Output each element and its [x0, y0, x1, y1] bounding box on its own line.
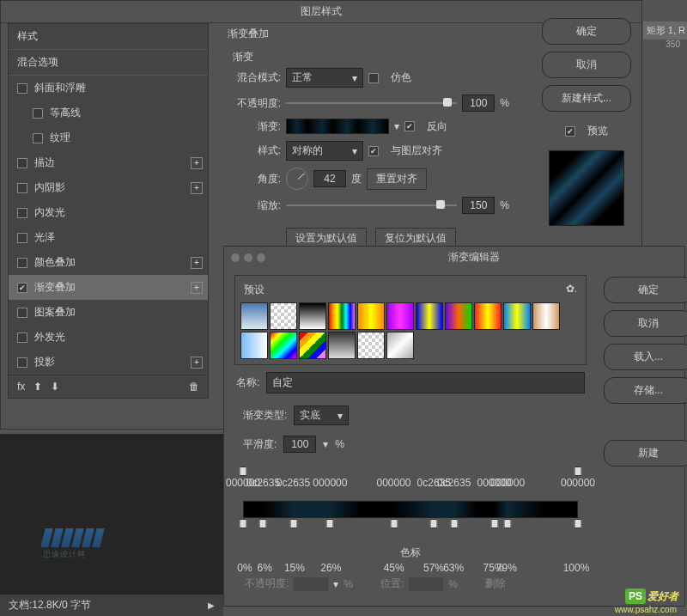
opacity-stop[interactable] — [240, 467, 247, 476]
close-icon[interactable] — [231, 253, 240, 262]
dither-checkbox[interactable] — [368, 73, 379, 83]
preset-4[interactable] — [357, 302, 385, 330]
name-input[interactable]: 自定 — [266, 372, 585, 393]
preset-2[interactable] — [299, 302, 326, 330]
preset-1[interactable] — [270, 302, 297, 330]
style-checkbox[interactable] — [17, 233, 27, 243]
smooth-value[interactable]: 100 — [283, 436, 316, 453]
footer-arrow-icon[interactable]: ▶ — [208, 601, 215, 610]
preset-7[interactable] — [445, 302, 472, 330]
delete-button[interactable]: 删除 — [485, 576, 506, 591]
preset-13[interactable] — [299, 332, 326, 359]
preview-checkbox[interactable] — [565, 126, 575, 137]
style-item-10[interactable]: 外发光 — [9, 325, 208, 350]
opacity-stop[interactable] — [575, 467, 582, 476]
maximize-icon[interactable] — [257, 253, 265, 262]
style-checkbox[interactable] — [17, 183, 27, 193]
cancel-button[interactable]: 取消 — [604, 310, 687, 337]
opacity-value[interactable]: 100 — [462, 95, 495, 112]
reverse-checkbox[interactable] — [404, 121, 415, 131]
style-select[interactable]: 对称的▾ — [286, 141, 363, 161]
style-item-3[interactable]: 描边+ — [9, 150, 208, 175]
minimize-icon[interactable] — [244, 253, 252, 262]
preset-0[interactable] — [240, 302, 268, 330]
preset-12[interactable] — [270, 332, 297, 359]
scale-slider[interactable] — [286, 198, 457, 212]
style-item-0[interactable]: 斜面和浮雕 — [9, 76, 208, 101]
arrow-up-icon[interactable]: ⬆ — [33, 381, 42, 393]
color-stop[interactable] — [490, 519, 498, 528]
color-stop[interactable] — [289, 519, 297, 528]
reset-align-button[interactable]: 重置对齐 — [367, 168, 427, 190]
load-button[interactable]: 载入... — [604, 344, 687, 370]
style-checkbox[interactable] — [33, 108, 43, 119]
style-checkbox[interactable] — [17, 357, 27, 368]
color-stop[interactable] — [430, 519, 438, 528]
fx-label[interactable]: fx — [17, 381, 25, 393]
ok-button[interactable]: 确定 — [542, 18, 631, 45]
gradient-bar[interactable] — [243, 501, 578, 518]
preset-6[interactable] — [416, 302, 443, 330]
blend-options-header[interactable]: 混合选项 — [9, 49, 208, 76]
style-item-11[interactable]: 投影+ — [9, 350, 208, 375]
style-checkbox[interactable] — [17, 158, 27, 168]
save-button[interactable]: 存储... — [604, 377, 687, 404]
gradient-preview[interactable] — [286, 119, 389, 134]
color-stop[interactable] — [259, 519, 267, 528]
preset-15[interactable] — [357, 332, 385, 359]
add-icon[interactable]: + — [191, 157, 203, 169]
color-stop[interactable] — [390, 519, 398, 528]
opacity-field[interactable] — [294, 577, 328, 591]
preset-5[interactable] — [386, 302, 414, 330]
style-item-2[interactable]: 纹理 — [9, 125, 208, 150]
add-icon[interactable]: + — [191, 182, 203, 194]
angle-value[interactable]: 42 — [313, 170, 346, 187]
add-icon[interactable]: + — [191, 357, 203, 369]
color-stop[interactable] — [450, 519, 458, 528]
type-select[interactable]: 实底▾ — [294, 406, 349, 425]
style-checkbox[interactable] — [17, 208, 27, 218]
style-item-7[interactable]: 颜色叠加+ — [9, 250, 208, 275]
align-checkbox[interactable] — [368, 146, 379, 156]
angle-dial[interactable] — [286, 168, 308, 190]
preset-3[interactable] — [328, 302, 356, 330]
preset-14[interactable] — [328, 332, 356, 359]
blend-mode-select[interactable]: 正常▾ — [286, 68, 363, 88]
style-item-4[interactable]: 内阴影+ — [9, 175, 208, 200]
color-stop[interactable] — [504, 519, 512, 528]
style-checkbox[interactable] — [17, 83, 27, 94]
preset-10[interactable] — [532, 302, 560, 330]
color-stop[interactable] — [575, 519, 582, 528]
style-item-8[interactable]: 渐变叠加+ — [9, 275, 208, 300]
chevron-down-icon[interactable]: ▾ — [394, 120, 399, 132]
preset-9[interactable] — [503, 302, 531, 330]
preset-8[interactable] — [474, 302, 502, 330]
cancel-button[interactable]: 取消 — [542, 52, 631, 78]
style-checkbox[interactable] — [33, 133, 43, 143]
preset-11[interactable] — [240, 332, 268, 359]
style-checkbox[interactable] — [17, 283, 27, 293]
gear-icon[interactable]: ✿. — [566, 283, 577, 297]
chevron-down-icon[interactable]: ▾ — [323, 438, 328, 450]
add-icon[interactable]: + — [191, 257, 203, 269]
color-stop[interactable] — [240, 519, 247, 528]
style-item-9[interactable]: 图案叠加 — [9, 300, 208, 325]
position-field[interactable] — [409, 577, 443, 591]
layer-tab[interactable]: 矩形 1, R — [643, 21, 687, 40]
color-stop[interactable] — [326, 519, 334, 528]
add-icon[interactable]: + — [191, 282, 203, 294]
style-item-5[interactable]: 内发光 — [9, 200, 208, 225]
new-style-button[interactable]: 新建样式... — [542, 85, 631, 112]
ok-button[interactable]: 确定 — [604, 277, 687, 303]
scale-value[interactable]: 150 — [462, 197, 495, 214]
preset-16[interactable] — [386, 332, 414, 359]
arrow-down-icon[interactable]: ⬇ — [51, 381, 59, 393]
style-checkbox[interactable] — [17, 258, 27, 268]
new-button[interactable]: 新建 — [604, 440, 687, 467]
trash-icon[interactable]: 🗑 — [189, 381, 199, 393]
style-item-1[interactable]: 等高线 — [9, 101, 208, 125]
style-checkbox[interactable] — [17, 332, 27, 343]
style-item-6[interactable]: 光泽 — [9, 225, 208, 250]
opacity-slider[interactable] — [286, 96, 457, 110]
style-checkbox[interactable] — [17, 308, 27, 318]
